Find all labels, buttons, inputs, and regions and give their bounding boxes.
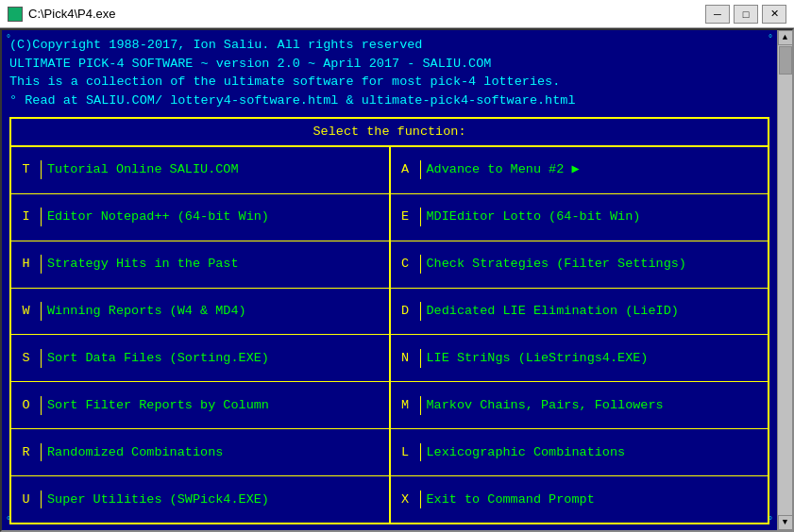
label-right-4: LIE StriNgs (LieStrings4.EXE) (421, 349, 769, 368)
key-right-3[interactable]: D (391, 302, 421, 321)
key-right-6[interactable]: L (391, 443, 421, 462)
label-right-2: Check Strategies (Filter Settings) (421, 255, 769, 274)
menu-cell-left-7[interactable]: USuper Utilities (SWPick4.EXE) (11, 476, 389, 523)
menu-row[interactable]: IEditor Notepad++ (64-bit Win)EMDIEditor… (11, 194, 768, 241)
header-section: (C)Copyright 1988-2017, Ion Saliu. All r… (9, 36, 769, 109)
menu-box: Select the function: TTutorial Online SA… (9, 117, 769, 524)
menu-row[interactable]: OSort Filter Reports by ColumnMMarkov Ch… (11, 382, 768, 429)
label-right-3: Dedicated LIE Elimination (LieID) (421, 302, 769, 321)
title-bar: C:\Pick4\P4.exe ─ □ ✕ (0, 0, 794, 28)
menu-cell-right-1[interactable]: EMDIEditor Lotto (64-bit Win) (391, 194, 769, 241)
menu-cell-right-7[interactable]: XExit to Command Prompt (391, 476, 769, 523)
menu-cell-right-6[interactable]: LLexicographic Combinations (391, 429, 769, 475)
menu-title: Select the function: (11, 119, 768, 147)
label-left-7: Super Utilities (SWPick4.EXE) (42, 490, 389, 509)
menu-cell-left-3[interactable]: WWinning Reports (W4 & MD4) (11, 289, 389, 335)
key-right-1[interactable]: E (391, 208, 421, 226)
menu-cell-right-5[interactable]: MMarkov Chains, Pairs, Followers (391, 382, 769, 428)
label-right-0: Advance to Menu #2 ▶ (421, 160, 769, 179)
key-right-4[interactable]: N (391, 349, 421, 368)
menu-cell-left-4[interactable]: SSort Data Files (Sorting.EXE) (11, 335, 389, 381)
label-left-6: Randomized Combinations (42, 443, 389, 462)
key-right-7[interactable]: X (391, 490, 421, 509)
label-left-0: Tutorial Online SALIU.COM (42, 160, 389, 179)
menu-cell-right-0[interactable]: AAdvance to Menu #2 ▶ (391, 147, 769, 193)
corner-dot-tl: ° (6, 34, 11, 44)
corner-dot-br: ° (768, 516, 773, 526)
header-line-4: ° Read at SALIU.COM/ lottery4-software.h… (9, 91, 769, 110)
window-controls: ─ □ ✕ (705, 5, 786, 24)
key-left-5[interactable]: O (11, 396, 42, 415)
label-right-6: Lexicographic Combinations (421, 443, 769, 462)
menu-cell-right-3[interactable]: DDedicated LIE Elimination (LieID) (391, 289, 769, 335)
menu-rows: TTutorial Online SALIU.COMAAdvance to Me… (11, 147, 768, 523)
app-icon (8, 7, 23, 22)
label-left-5: Sort Filter Reports by Column (42, 396, 389, 415)
key-left-6[interactable]: R (11, 443, 42, 462)
close-button[interactable]: ✕ (762, 5, 786, 24)
scrollbar[interactable]: ▲ ▼ (777, 30, 792, 530)
menu-row[interactable]: USuper Utilities (SWPick4.EXE)XExit to C… (11, 476, 768, 523)
key-left-0[interactable]: T (11, 160, 42, 179)
label-left-2: Strategy Hits in the Past (42, 255, 389, 274)
label-right-7: Exit to Command Prompt (421, 490, 769, 509)
scroll-down-button[interactable]: ▼ (778, 515, 793, 530)
key-right-0[interactable]: A (391, 160, 421, 179)
menu-row[interactable]: TTutorial Online SALIU.COMAAdvance to Me… (11, 147, 768, 194)
menu-cell-right-4[interactable]: NLIE StriNgs (LieStrings4.EXE) (391, 335, 769, 381)
menu-row[interactable]: SSort Data Files (Sorting.EXE)NLIE StriN… (11, 335, 768, 382)
menu-row[interactable]: RRandomized CombinationsLLexicographic C… (11, 429, 768, 476)
maximize-button[interactable]: □ (734, 5, 758, 24)
label-left-1: Editor Notepad++ (64-bit Win) (42, 208, 389, 226)
menu-cell-left-2[interactable]: HStrategy Hits in the Past (11, 241, 389, 288)
scroll-track (778, 45, 792, 515)
scroll-thumb[interactable] (779, 46, 792, 75)
corner-dot-tr: ° (768, 34, 773, 44)
header-line-3: This is a collection of the ultimate sof… (9, 73, 769, 91)
key-left-3[interactable]: W (11, 302, 42, 321)
menu-cell-left-6[interactable]: RRandomized Combinations (11, 429, 389, 475)
label-left-3: Winning Reports (W4 & MD4) (42, 302, 389, 321)
header-line-2: ULTIMATE PICK-4 SOFTWARE ~ version 2.0 ~… (9, 55, 769, 74)
scroll-up-button[interactable]: ▲ (778, 30, 793, 45)
key-left-7[interactable]: U (11, 490, 42, 509)
label-right-1: MDIEditor Lotto (64-bit Win) (421, 208, 769, 226)
menu-cell-right-2[interactable]: CCheck Strategies (Filter Settings) (391, 241, 769, 288)
console-window: ° ° ° ° ▲ ▼ (C)Copyright 1988-2017, Ion … (0, 28, 794, 532)
menu-cell-left-5[interactable]: OSort Filter Reports by Column (11, 382, 389, 428)
key-left-4[interactable]: S (11, 349, 42, 368)
menu-row[interactable]: WWinning Reports (W4 & MD4)DDedicated LI… (11, 289, 768, 336)
menu-row[interactable]: HStrategy Hits in the PastCCheck Strateg… (11, 241, 768, 289)
window-title: C:\Pick4\P4.exe (28, 7, 705, 21)
minimize-button[interactable]: ─ (705, 5, 730, 24)
menu-cell-left-0[interactable]: TTutorial Online SALIU.COM (11, 147, 389, 193)
key-right-5[interactable]: M (391, 396, 421, 415)
key-left-2[interactable]: H (11, 255, 42, 274)
key-right-2[interactable]: C (391, 255, 421, 274)
label-left-4: Sort Data Files (Sorting.EXE) (42, 349, 389, 368)
header-line-1: (C)Copyright 1988-2017, Ion Saliu. All r… (9, 36, 769, 55)
menu-cell-left-1[interactable]: IEditor Notepad++ (64-bit Win) (11, 194, 389, 241)
key-left-1[interactable]: I (11, 208, 42, 226)
corner-dot-bl: ° (6, 516, 11, 526)
console-content: (C)Copyright 1988-2017, Ion Saliu. All r… (2, 30, 792, 530)
label-right-5: Markov Chains, Pairs, Followers (421, 396, 769, 415)
